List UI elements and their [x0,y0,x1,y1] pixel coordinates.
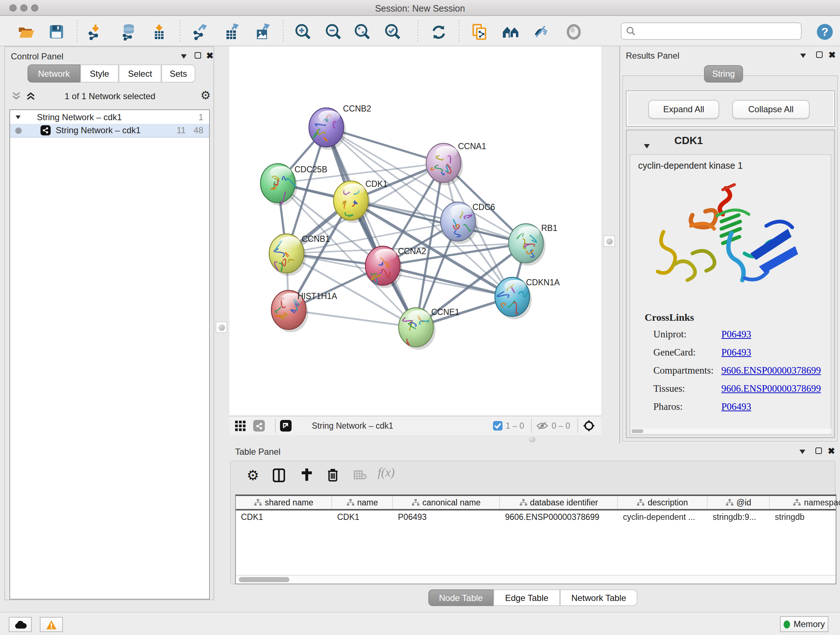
warning-button[interactable] [40,617,63,632]
tab-select[interactable]: Select [118,65,161,82]
fit-selected-crosshair-icon[interactable] [583,419,595,432]
table-row[interactable]: CDK1CDK1P064939606.ENSP00000378699cyclin… [236,510,836,524]
scrollbar-thumb[interactable] [239,577,289,582]
panel-menu-icon[interactable] [181,54,187,59]
toolbar-separator [459,20,459,42]
birds-eye-view-icon[interactable] [280,420,292,432]
tab-node-table[interactable]: Node Table [428,589,493,606]
collapse-all-button[interactable]: Collapse All [732,100,810,119]
left-splitter-handle[interactable] [216,321,227,333]
column-header-canonical-name[interactable]: canonical name [393,496,500,509]
crosslink-link[interactable]: 9606.ENSP00000378699 [722,365,821,377]
zoom-fit-button[interactable] [353,22,372,41]
network-options-gear-icon[interactable]: ⚙ [201,88,211,102]
edge-CCNB2-CCNE1[interactable] [326,127,416,327]
zoom-in-button[interactable] [294,22,313,41]
panel-float-icon[interactable] [816,51,823,58]
network-graph[interactable]: CCNB2 CCNA1 CDC25B CDK1 CDC6 RB1 CCNB1 [229,46,601,416]
hidden-eye-slash-icon[interactable] [537,421,549,431]
cloud-button[interactable] [9,617,32,632]
network-collection-row[interactable]: String Network – cdk1 1 [10,110,209,124]
tab-string-results[interactable]: String [704,65,743,82]
gene-collapse-icon[interactable] [644,138,650,151]
crosslink-link[interactable]: P06493 [722,329,752,340]
table-cell[interactable]: CDK1 [236,510,332,524]
import-table-button[interactable] [150,22,169,41]
horizontal-splitter-handle[interactable] [529,437,535,442]
first-neighbors-button[interactable] [501,22,520,41]
export-network-button[interactable] [191,22,210,41]
tab-network-table[interactable]: Network Table [560,589,638,606]
table-settings-gear-icon[interactable]: ⚙ [247,467,259,484]
column-header-shared-name[interactable]: shared name [236,496,332,509]
network-canvas[interactable]: CCNB2 CCNA1 CDC25B CDK1 CDC6 RB1 CCNB1 [229,46,601,416]
panel-close-icon[interactable]: ✖ [828,448,835,455]
crosslink-label: Pharos: [653,401,722,413]
node-CCNB2[interactable]: CCNB2 [309,104,371,150]
new-network-from-selection-button[interactable] [470,22,489,41]
show-all-button[interactable] [564,22,583,41]
hide-selected-button[interactable] [532,22,551,41]
search-field[interactable] [621,22,802,40]
zoom-selected-button[interactable] [384,22,402,41]
selected-checkbox-icon[interactable] [493,421,503,431]
create-column-plus-icon[interactable] [300,468,313,481]
apply-function-icon[interactable]: f(x) [378,466,395,480]
table-horizontal-scrollbar[interactable] [237,575,836,583]
gene-scrollbar[interactable] [631,429,831,434]
table-cell[interactable]: CDK1 [332,510,393,524]
panel-menu-icon[interactable] [800,54,806,58]
panel-float-icon[interactable] [815,448,822,454]
open-session-button[interactable] [17,22,35,41]
column-header-description[interactable]: description [618,496,707,509]
import-network-file-button[interactable] [86,22,105,41]
node-CCNA1[interactable]: CCNA1 [426,141,486,185]
table-cell[interactable]: stringdb [770,510,840,524]
expand-all-button[interactable]: Expand All [648,100,719,119]
clear-table-icon[interactable] [354,470,367,480]
panel-close-icon[interactable]: ✖ [829,51,836,59]
cloud-icon [14,620,27,629]
panel-menu-icon[interactable] [799,450,805,454]
crosslink-link[interactable]: 9606.ENSP00000378699 [722,383,821,394]
tab-network[interactable]: Network [27,65,80,82]
crosslink-link[interactable]: P06493 [722,401,752,413]
export-image-button[interactable] [253,22,272,41]
memory-button[interactable]: Memory [780,616,829,632]
column-header--id[interactable]: @id [707,496,770,509]
right-splitter-handle[interactable] [603,235,615,247]
search-input[interactable] [636,27,801,35]
zoom-out-button[interactable] [324,22,343,41]
node-HIST1H1A[interactable]: HIST1H1A [271,290,338,333]
help-button[interactable]: ? [815,22,834,41]
show-columns-icon[interactable] [273,469,285,482]
column-header-namespace[interactable]: namespace [770,496,840,509]
tab-style[interactable]: Style [80,65,118,82]
node-RB1[interactable]: RB1 [508,223,557,266]
network-row-selected[interactable]: String Network – cdk1 11 48 [10,124,209,138]
save-session-button[interactable] [47,22,66,41]
tab-edge-table[interactable]: Edge Table [493,589,560,606]
node-CDKN1A[interactable]: CDKN1A [495,277,560,319]
table-cell[interactable]: stringdb:9... [707,510,770,524]
string-style-icon[interactable] [253,420,265,432]
crosslink-link[interactable]: P06493 [722,347,752,358]
column-header-name[interactable]: name [332,496,393,509]
panel-float-icon[interactable] [195,52,201,59]
table-cell[interactable]: P06493 [393,510,500,524]
collection-expand-icon[interactable] [16,115,21,119]
node-CCNE1[interactable]: CCNE1 [399,307,459,350]
node-CDC6[interactable]: CDC6 [441,202,495,244]
panel-close-icon[interactable]: ✖ [206,52,213,59]
import-network-database-button[interactable] [119,22,138,41]
table-cell[interactable]: 9606.ENSP00000378699 [500,510,618,524]
table-body: CDK1CDK1P064939606.ENSP00000378699cyclin… [236,510,836,524]
column-header-database-identifier[interactable]: database identifier [500,496,618,509]
grid-view-icon[interactable] [235,420,246,431]
export-table-button[interactable] [223,22,242,41]
table-cell[interactable]: cyclin-dependent ... [618,510,707,524]
node-CCNA2[interactable]: CCNA2 [365,246,426,288]
refresh-view-button[interactable] [429,22,448,41]
delete-column-trash-icon[interactable] [327,468,339,481]
tab-sets[interactable]: Sets [161,65,195,82]
